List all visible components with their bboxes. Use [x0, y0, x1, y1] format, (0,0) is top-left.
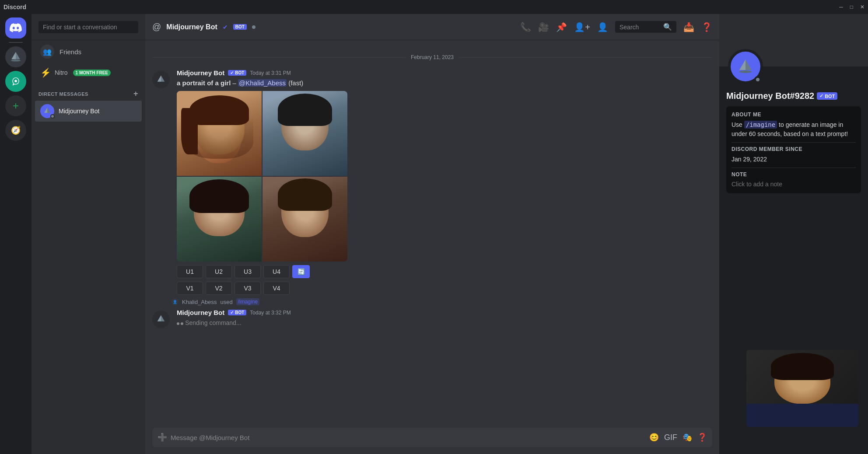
dm-section-label: DIRECT MESSAGES: [38, 91, 88, 97]
help-input-icon[interactable]: ❓: [697, 433, 707, 442]
profile-status-dot: [754, 76, 761, 83]
note-input[interactable]: [732, 181, 856, 188]
message-header-2: Midjourney Bot ✓ BOT Today at 3:32 PM: [177, 309, 712, 316]
add-member-button[interactable]: 👤+: [574, 22, 590, 32]
u2-button[interactable]: U2: [206, 265, 232, 278]
portrait-image-4[interactable]: [262, 177, 347, 262]
friends-nav-item[interactable]: 👥 Friends: [35, 41, 142, 62]
profile-button[interactable]: 👤: [597, 22, 608, 32]
portrait-image-3[interactable]: [177, 177, 262, 262]
header-search-bar[interactable]: Search 🔍: [615, 21, 676, 33]
note-title: NOTE: [732, 171, 856, 178]
bot-status-dot: [252, 25, 256, 29]
profile-body: Midjourney Bot#9282 ✓ BOT ABOUT ME Use /…: [719, 66, 868, 204]
portrait-face-4: [262, 177, 347, 262]
message-group-1: Midjourney Bot ✓ BOT Today at 3:31 PM a …: [145, 67, 719, 297]
pin-button[interactable]: 📌: [556, 22, 567, 32]
v1-button[interactable]: V1: [177, 282, 203, 295]
midjourney-avatar: [40, 104, 54, 118]
gif-button[interactable]: GIF: [664, 433, 677, 442]
explore-servers-button[interactable]: 🧭: [5, 120, 26, 141]
profile-name-row: Midjourney Bot#9282 ✓ BOT: [726, 91, 861, 101]
close-button[interactable]: ✕: [860, 4, 864, 10]
channel-type-icon: @: [152, 22, 161, 32]
add-server-button[interactable]: +: [5, 95, 26, 116]
midjourney-bot-avatar-2: [152, 311, 170, 328]
chat-input-bar: ➕ 😊 GIF 🎭 ❓: [145, 428, 719, 454]
message-text-1: a portrait of a girl – @Khalid_Abess (fa…: [177, 78, 712, 87]
server-divider: [9, 42, 23, 43]
bot-badge-header: BOT: [233, 24, 247, 30]
u1-button[interactable]: U1: [177, 265, 203, 278]
svg-point-0: [11, 59, 21, 61]
sticker-button[interactable]: 🎭: [682, 433, 692, 442]
hair-4: [278, 178, 332, 211]
video-shirt: [746, 404, 858, 427]
app-title: Discord: [4, 3, 26, 10]
profile-divider-1: [732, 142, 856, 143]
hair-2: [278, 94, 332, 126]
video-call-button[interactable]: 🎥: [538, 22, 549, 32]
hair-3: [189, 179, 249, 213]
dot-1: [177, 322, 179, 325]
voice-call-button[interactable]: 📞: [520, 22, 531, 32]
u4-button[interactable]: U4: [263, 265, 290, 278]
sending-text: Sending command...: [177, 318, 712, 328]
server-icon-boat[interactable]: [5, 46, 26, 67]
nitro-nav-item[interactable]: ⚡ Nitro 1 MONTH FREE: [35, 64, 142, 81]
search-icon: 🔍: [663, 23, 672, 31]
profile-panel: Midjourney Bot#9282 ✓ BOT ABOUT ME Use /…: [719, 14, 868, 454]
member-since-title: DISCORD MEMBER SINCE: [732, 146, 856, 152]
chat-area[interactable]: February 11, 2023 Midjourney Bot ✓: [145, 40, 719, 428]
u3-button[interactable]: U3: [234, 265, 261, 278]
maximize-button[interactable]: □: [850, 4, 853, 10]
hair-side-1: [181, 108, 198, 155]
date-divider: February 11, 2023: [145, 51, 719, 64]
v2-button[interactable]: V2: [206, 282, 232, 295]
message-header-1: Midjourney Bot ✓ BOT Today at 3:31 PM: [177, 69, 712, 77]
dm-username: Midjourney Bot: [59, 108, 99, 115]
separator: –: [233, 79, 238, 87]
system-command: /imagine: [236, 298, 259, 305]
minimize-button[interactable]: ─: [839, 4, 843, 10]
add-attachment-icon[interactable]: ➕: [158, 433, 167, 442]
about-me-text: Use /imagine to generate an image in und…: [732, 120, 856, 139]
server-icon-openai[interactable]: [5, 71, 26, 92]
profile-discriminator: #9282: [790, 91, 815, 101]
header-actions: 📞 🎥 📌 👤+ 👤 Search 🔍 📥 ❓: [520, 21, 712, 33]
portrait-face-1: [177, 91, 262, 176]
profile-username: Midjourney Bot: [726, 91, 790, 101]
about-me-title: ABOUT ME: [732, 112, 856, 118]
refresh-button[interactable]: 🔄: [292, 265, 310, 278]
v4-button[interactable]: V4: [263, 282, 290, 295]
bot-label: BOT: [235, 70, 244, 75]
emoji-button[interactable]: 😊: [649, 433, 659, 442]
message-input[interactable]: [171, 430, 646, 446]
portrait-face-2: [262, 91, 347, 176]
inbox-button[interactable]: 📥: [683, 22, 694, 32]
checkmark-icon-2: ✓: [230, 310, 234, 315]
message-username-2: Midjourney Bot: [177, 309, 224, 316]
dm-section-header-area: DIRECT MESSAGES +: [32, 82, 145, 100]
portrait-image-2[interactable]: [262, 91, 347, 176]
svg-point-1: [14, 80, 17, 83]
profile-card-about: ABOUT ME Use /imagine to generate an ima…: [726, 106, 861, 193]
search-input[interactable]: [38, 21, 138, 33]
member-since-date: Jan 29, 2022: [732, 155, 856, 164]
portrait-image-1[interactable]: [177, 91, 262, 176]
nitro-icon: ⚡: [40, 67, 51, 78]
server-sidebar: + 🧭: [0, 14, 32, 454]
help-button[interactable]: ❓: [701, 22, 712, 32]
message-text-suffix: (fast): [288, 79, 303, 87]
date-text: February 11, 2023: [406, 54, 459, 60]
video-person: [746, 350, 858, 427]
channel-name: Midjourney Bot: [166, 23, 217, 31]
profile-banner: [719, 14, 868, 66]
dm-user-midjourney[interactable]: Midjourney Bot: [35, 101, 142, 122]
search-bar: [32, 14, 145, 40]
new-dm-button[interactable]: +: [133, 89, 138, 98]
v3-button[interactable]: V3: [234, 282, 261, 295]
discord-home-icon[interactable]: [5, 17, 26, 38]
sending-label: Sending command...: [185, 319, 241, 326]
system-used-text: used: [220, 299, 233, 305]
